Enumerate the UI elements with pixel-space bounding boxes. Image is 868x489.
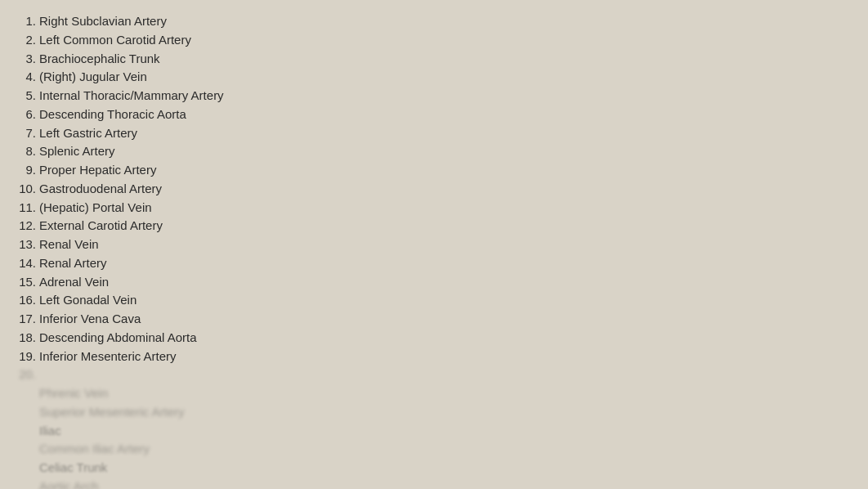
item-number: 16.	[16, 291, 39, 309]
item-text: Splenic Artery	[39, 142, 115, 160]
item-number: 19.	[16, 348, 39, 366]
list-item: 12.External Carotid Artery	[16, 217, 852, 235]
list-item: 15.Adrenal Vein	[16, 273, 852, 291]
list-item: 3.Brachiocephalic Trunk	[16, 50, 852, 68]
item-number: 2.	[16, 31, 39, 49]
item-number: 9.	[16, 161, 39, 179]
item-number: 6.	[16, 105, 39, 123]
list-item: 10.Gastroduodenal Artery	[16, 180, 852, 198]
item-text: Left Gonadal Vein	[39, 291, 136, 309]
list-item: Phrenic Vein	[16, 384, 852, 402]
item-text: External Carotid Artery	[39, 217, 163, 235]
list-item: Common Iliac Artery	[16, 440, 852, 458]
item-number: 18.	[16, 329, 39, 347]
item-text: Phrenic Vein	[39, 384, 108, 402]
item-text: Left Common Carotid Artery	[39, 31, 191, 49]
item-number: 7.	[16, 124, 39, 142]
item-text: (Hepatic) Portal Vein	[39, 199, 152, 217]
list-item: Superior Mesenteric Artery	[16, 403, 852, 421]
item-text: Aortic Arch	[39, 478, 99, 489]
list-item: 16.Left Gonadal Vein	[16, 291, 852, 309]
list-item: 6.Descending Thoracic Aorta	[16, 105, 852, 123]
item-number: 3.	[16, 50, 39, 68]
item-number: 4.	[16, 68, 39, 86]
item-text: Renal Vein	[39, 236, 99, 253]
item-text: Brachiocephalic Trunk	[39, 50, 160, 68]
item-text: Iliac	[39, 422, 61, 440]
item-number: 8.	[16, 142, 39, 160]
anatomy-list: 1.Right Subclavian Artery2.Left Common C…	[16, 12, 852, 489]
item-number: 17.	[16, 310, 39, 328]
item-text: Right Subclavian Artery	[39, 12, 167, 30]
item-text: Descending Thoracic Aorta	[39, 105, 186, 123]
item-text: Left Gastric Artery	[39, 124, 137, 142]
item-text: Superior Mesenteric Artery	[39, 403, 185, 421]
item-number: 1.	[16, 12, 39, 30]
item-text: (Right) Jugular Vein	[39, 68, 147, 86]
item-text: Internal Thoracic/Mammary Artery	[39, 87, 224, 105]
item-number: 12.	[16, 217, 39, 235]
item-text: Celiac Trunk	[39, 459, 107, 477]
list-item: 4.(Right) Jugular Vein	[16, 68, 852, 86]
list-item: 5.Internal Thoracic/Mammary Artery	[16, 87, 852, 105]
item-text: Gastroduodenal Artery	[39, 180, 162, 198]
item-text: Inferior Vena Cava	[39, 310, 141, 328]
list-item: 18.Descending Abdominal Aorta	[16, 329, 852, 347]
list-item: 9.Proper Hepatic Artery	[16, 161, 852, 179]
list-item: 19.Inferior Mesenteric Artery	[16, 348, 852, 366]
list-item: 8.Splenic Artery	[16, 142, 852, 160]
item-text: Proper Hepatic Artery	[39, 161, 156, 179]
item-number: 5.	[16, 87, 39, 105]
item-number: 14.	[16, 254, 39, 272]
list-item: 14.Renal Artery	[16, 254, 852, 272]
list-item: Aortic Arch	[16, 478, 852, 489]
item-number: 20.	[16, 366, 39, 384]
item-text: Renal Artery	[39, 254, 107, 272]
item-text: Adrenal Vein	[39, 273, 109, 291]
list-item: 1.Right Subclavian Artery	[16, 12, 852, 30]
item-text: Descending Abdominal Aorta	[39, 329, 197, 347]
item-text: Common Iliac Artery	[39, 440, 150, 458]
list-item: 13.Renal Vein	[16, 236, 852, 253]
item-number: 15.	[16, 273, 39, 291]
list-item: 2.Left Common Carotid Artery	[16, 31, 852, 49]
item-number: 13.	[16, 236, 39, 253]
item-number: 11.	[16, 199, 39, 217]
list-item: 11.(Hepatic) Portal Vein	[16, 199, 852, 217]
item-text: Inferior Mesenteric Artery	[39, 348, 177, 366]
page-container: 1.Right Subclavian Artery2.Left Common C…	[0, 0, 868, 489]
list-item: 17.Inferior Vena Cava	[16, 310, 852, 328]
item-number: 10.	[16, 180, 39, 198]
list-item: Celiac Trunk	[16, 459, 852, 477]
list-item: Iliac	[16, 422, 852, 440]
list-item: 7.Left Gastric Artery	[16, 124, 852, 142]
list-item: 20.	[16, 366, 852, 384]
